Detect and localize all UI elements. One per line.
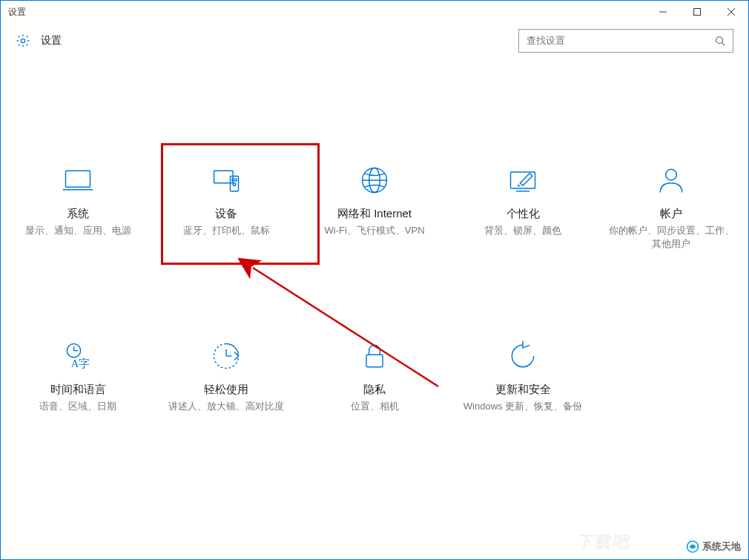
- tile-system[interactable]: 系统 显示、通知、应用、电源: [4, 164, 152, 251]
- svg-point-13: [233, 183, 236, 186]
- window-title: 设置: [8, 6, 26, 19]
- tile-time-language[interactable]: A字 时间和语言 语音、区域、日期: [4, 340, 152, 413]
- tile-update-security[interactable]: 更新和安全 Windows 更新、恢复、备份: [449, 340, 597, 413]
- tile-title: 隐私: [363, 383, 386, 397]
- titlebar: 设置: [1, 1, 748, 23]
- watermark: 系统天地: [686, 540, 741, 553]
- tile-title: 时间和语言: [50, 383, 106, 397]
- minimize-icon: [659, 8, 667, 16]
- window-controls: [646, 1, 748, 23]
- devices-icon: [210, 164, 242, 197]
- watermark-text: 系统天地: [702, 540, 741, 553]
- tile-desc: 讲述人、放大镜、高对比度: [168, 400, 284, 413]
- tile-title: 轻松使用: [204, 383, 248, 397]
- tile-desc: Wi-Fi、飞行模式、VPN: [324, 224, 424, 237]
- tile-ease-of-access[interactable]: 轻松使用 讲述人、放大镜、高对比度: [152, 340, 300, 413]
- tile-title: 帐户: [660, 207, 682, 221]
- tile-desc: 显示、通知、应用、电源: [25, 224, 131, 237]
- close-icon: [727, 8, 735, 16]
- header: 设置 查找设置: [1, 23, 748, 59]
- svg-line-6: [722, 43, 725, 46]
- close-button[interactable]: [714, 1, 748, 23]
- maximize-button[interactable]: [680, 1, 714, 23]
- ease-of-access-icon: [210, 340, 242, 372]
- tile-desc: 位置、相机: [351, 400, 399, 413]
- svg-rect-1: [694, 9, 701, 16]
- svg-text:A字: A字: [71, 358, 90, 369]
- minimize-button[interactable]: [646, 1, 680, 23]
- tile-network[interactable]: 网络和 Internet Wi-Fi、飞行模式、VPN: [300, 164, 449, 251]
- svg-point-4: [21, 39, 24, 42]
- watermark-logo-icon: [686, 540, 699, 553]
- svg-point-5: [716, 37, 723, 44]
- tile-grid: 系统 显示、通知、应用、电源 设备 蓝牙、打印机、鼠标 网络和 Inte: [1, 164, 748, 414]
- globe-icon: [358, 164, 391, 197]
- maximize-icon: [693, 8, 701, 16]
- user-icon: [655, 164, 687, 197]
- lock-icon: [358, 340, 391, 372]
- tile-title: 更新和安全: [495, 383, 551, 397]
- search-input[interactable]: 查找设置: [518, 29, 733, 53]
- tile-devices[interactable]: 设备 蓝牙、打印机、鼠标: [152, 164, 300, 251]
- gear-icon: [16, 33, 30, 48]
- tile-title: 设备: [215, 207, 237, 221]
- update-icon: [507, 340, 539, 372]
- personalization-icon: [507, 164, 539, 197]
- tile-desc: 蓝牙、打印机、鼠标: [183, 224, 270, 237]
- tile-title: 系统: [67, 207, 89, 221]
- watermark-faint: 下载吧: [576, 531, 630, 553]
- svg-rect-7: [66, 171, 90, 187]
- search-placeholder: 查找设置: [527, 34, 565, 47]
- search-icon: [715, 36, 725, 46]
- tile-title: 网络和 Internet: [337, 207, 412, 221]
- svg-point-20: [666, 169, 677, 180]
- tile-desc: 语音、区域、日期: [39, 400, 116, 413]
- tile-personalization[interactable]: 个性化 背景、锁屏、颜色: [449, 164, 597, 251]
- tile-privacy[interactable]: 隐私 位置、相机: [300, 340, 449, 413]
- tile-desc: Windows 更新、恢复、备份: [463, 400, 582, 413]
- tile-desc: 你的帐户、同步设置、工作、其他用户: [608, 224, 734, 251]
- tile-desc: 背景、锁屏、颜色: [484, 224, 561, 237]
- tile-accounts[interactable]: 帐户 你的帐户、同步设置、工作、其他用户: [597, 164, 745, 251]
- settings-window: 设置 设置 查找设置: [0, 0, 749, 560]
- display-icon: [62, 164, 94, 197]
- page-title: 设置: [41, 34, 62, 47]
- svg-rect-27: [366, 355, 383, 368]
- tile-title: 个性化: [507, 207, 540, 221]
- time-language-icon: A字: [62, 340, 94, 372]
- header-left: 设置: [16, 33, 62, 48]
